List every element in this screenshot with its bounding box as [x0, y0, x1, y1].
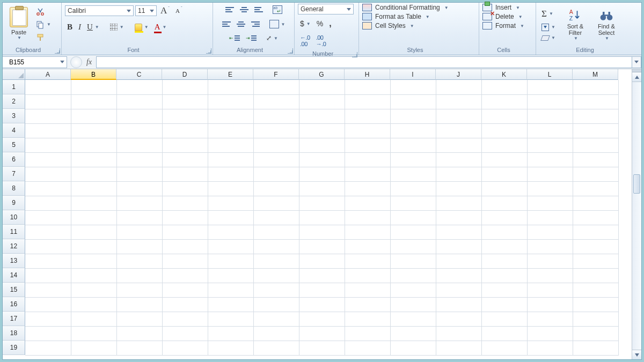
cell[interactable] — [390, 138, 436, 152]
cell[interactable] — [527, 239, 573, 254]
align-middle-button[interactable] — [238, 5, 251, 14]
row-header-1[interactable]: 1 — [3, 80, 25, 94]
cell[interactable] — [481, 94, 527, 109]
cell[interactable] — [390, 254, 436, 268]
cell[interactable] — [116, 326, 162, 341]
cell[interactable] — [299, 225, 345, 239]
format-cells-button[interactable]: Format▼ — [482, 22, 524, 29]
cell[interactable] — [573, 341, 618, 355]
number-format-combo[interactable]: General — [298, 4, 354, 14]
delete-cells-button[interactable]: Delete▼ — [482, 13, 523, 20]
cell[interactable] — [25, 138, 71, 152]
cell[interactable] — [253, 312, 299, 326]
cell[interactable] — [481, 254, 527, 268]
cell[interactable] — [299, 210, 345, 225]
cell[interactable] — [481, 181, 527, 196]
cell[interactable] — [527, 80, 573, 94]
cell[interactable] — [390, 80, 436, 94]
cell[interactable] — [299, 196, 345, 210]
cell[interactable] — [116, 109, 162, 123]
cell[interactable] — [208, 239, 253, 254]
cell[interactable] — [25, 254, 71, 268]
cell[interactable] — [436, 312, 481, 326]
cell[interactable] — [390, 283, 436, 297]
cell[interactable] — [390, 297, 436, 312]
column-header-F[interactable]: F — [253, 69, 299, 80]
percent-button[interactable]: % — [314, 18, 325, 29]
column-header-L[interactable]: L — [527, 69, 573, 80]
cell[interactable] — [299, 138, 345, 152]
merge-center-button[interactable]: ▼ — [267, 18, 288, 30]
cell[interactable] — [345, 94, 390, 109]
cell[interactable] — [25, 123, 71, 138]
cell[interactable] — [162, 196, 208, 210]
row-header-2[interactable]: 2 — [3, 94, 25, 109]
cell[interactable] — [345, 109, 390, 123]
cell[interactable] — [162, 341, 208, 355]
cell[interactable] — [116, 181, 162, 196]
cell[interactable] — [208, 283, 253, 297]
cell[interactable] — [208, 268, 253, 283]
cell[interactable] — [481, 109, 527, 123]
cell[interactable] — [436, 283, 481, 297]
cell[interactable] — [25, 109, 71, 123]
cell[interactable] — [253, 196, 299, 210]
cell[interactable] — [208, 297, 253, 312]
cell[interactable] — [436, 341, 481, 355]
cut-button[interactable] — [34, 6, 53, 18]
cell[interactable] — [345, 312, 390, 326]
cell[interactable] — [573, 152, 618, 167]
column-header-B[interactable]: B — [71, 69, 116, 80]
cell[interactable] — [162, 181, 208, 196]
cell[interactable] — [436, 254, 481, 268]
row-header-14[interactable]: 14 — [3, 268, 25, 283]
cell[interactable] — [527, 210, 573, 225]
cell[interactable] — [573, 225, 618, 239]
scroll-thumb[interactable] — [633, 174, 640, 194]
dialog-launcher-icon[interactable] — [352, 52, 357, 57]
cell[interactable] — [481, 283, 527, 297]
row-header-12[interactable]: 12 — [3, 239, 25, 254]
cell[interactable] — [481, 268, 527, 283]
cell[interactable] — [436, 239, 481, 254]
cell[interactable] — [208, 326, 253, 341]
cell[interactable] — [253, 297, 299, 312]
cell[interactable] — [299, 181, 345, 196]
cell[interactable] — [116, 225, 162, 239]
cell[interactable] — [436, 152, 481, 167]
cell[interactable] — [116, 268, 162, 283]
cell[interactable] — [208, 94, 253, 109]
italic-button[interactable]: I — [76, 21, 83, 33]
dialog-launcher-icon[interactable] — [288, 48, 293, 54]
cell[interactable] — [253, 109, 299, 123]
vertical-scrollbar[interactable] — [632, 69, 641, 359]
cell[interactable] — [481, 312, 527, 326]
row-header-19[interactable]: 19 — [3, 341, 25, 355]
row-header-9[interactable]: 9 — [3, 196, 25, 210]
cell[interactable] — [71, 152, 116, 167]
cell[interactable] — [573, 297, 618, 312]
column-header-H[interactable]: H — [345, 69, 390, 80]
cell[interactable] — [527, 138, 573, 152]
cell[interactable] — [573, 268, 618, 283]
cell[interactable] — [390, 109, 436, 123]
cell[interactable] — [299, 239, 345, 254]
cell[interactable] — [481, 239, 527, 254]
cell[interactable] — [345, 225, 390, 239]
align-center-button[interactable] — [235, 20, 247, 28]
cell[interactable] — [481, 123, 527, 138]
cell[interactable] — [162, 297, 208, 312]
cell[interactable] — [208, 138, 253, 152]
column-header-I[interactable]: I — [390, 69, 436, 80]
cell[interactable] — [25, 326, 71, 341]
cell[interactable] — [436, 181, 481, 196]
paste-button[interactable]: Paste ▼ — [9, 27, 28, 42]
cell[interactable] — [253, 268, 299, 283]
cell[interactable] — [208, 152, 253, 167]
font-size-combo[interactable]: 11 — [135, 5, 157, 16]
autosum-button[interactable]: Σ▼ — [539, 7, 558, 21]
cell[interactable] — [25, 268, 71, 283]
cell[interactable] — [527, 196, 573, 210]
cell[interactable] — [299, 109, 345, 123]
cell[interactable] — [527, 167, 573, 181]
